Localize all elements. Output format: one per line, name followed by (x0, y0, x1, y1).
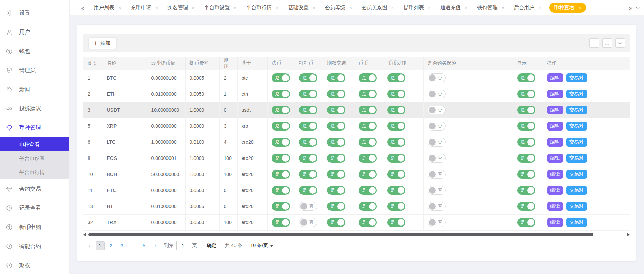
toggle-options[interactable]: 是 (327, 73, 345, 82)
edit-button[interactable]: 编辑 (547, 73, 563, 82)
tab-close-icon[interactable]: × (391, 5, 394, 10)
toggle-leverage[interactable]: 是 (299, 186, 317, 195)
toggle-leverage[interactable]: 是 (299, 154, 317, 163)
edit-button[interactable]: 编辑 (547, 218, 563, 227)
toggle-leverage[interactable]: 是 (299, 122, 317, 131)
print-button[interactable] (615, 38, 625, 48)
tab-platform-coin-market[interactable]: 平台币行情× (246, 4, 279, 11)
sidebar-item-admin[interactable]: 管理员 (0, 61, 69, 80)
toggle-insurance[interactable]: 否 (428, 170, 446, 179)
toggle-spot[interactable]: 是 (359, 170, 377, 179)
tab-close-icon[interactable]: × (502, 5, 505, 10)
toggle-transfer[interactable]: 是 (387, 73, 405, 82)
toggle-display[interactable]: 是 (517, 90, 535, 98)
sidebar-item-news[interactable]: 新闻 (0, 80, 69, 99)
toggle-transfer[interactable]: 是 (387, 122, 405, 131)
toggle-options[interactable]: 是 (327, 122, 345, 131)
tab-close-icon[interactable]: × (579, 5, 581, 10)
toggle-display[interactable]: 是 (517, 73, 535, 82)
toggle-leverage[interactable]: 否 (299, 218, 317, 227)
sidebar-item-feedback[interactable]: 投拆建议 (0, 99, 69, 118)
toggle-fiat[interactable]: 是 (272, 202, 290, 211)
tab-member-level[interactable]: 会员等级× (325, 4, 352, 11)
toggle-leverage[interactable]: 否 (299, 202, 317, 211)
sidebar-subitem-coin-view[interactable]: 币种查看 (0, 137, 69, 151)
tab-basic-settings[interactable]: 基础设置× (288, 4, 316, 11)
toggle-transfer[interactable]: 是 (387, 138, 405, 147)
toggle-display[interactable]: 是 (517, 202, 535, 211)
toggle-fiat[interactable]: 是 (272, 122, 290, 131)
toggle-transfer[interactable]: 是 (387, 154, 405, 163)
toggle-spot[interactable]: 是 (359, 186, 377, 195)
tab-withdraw-list[interactable]: 提币列表× (403, 4, 431, 11)
edit-button[interactable]: 编辑 (547, 122, 563, 131)
trade-pair-button[interactable]: 交易对 (566, 73, 587, 82)
toggle-insurance[interactable]: 否 (428, 138, 446, 147)
tab-member-relation[interactable]: 会员关系图× (362, 4, 394, 11)
toggle-leverage[interactable]: 是 (299, 170, 317, 179)
export-button[interactable] (602, 38, 612, 48)
trade-pair-button[interactable]: 交易对 (566, 90, 587, 98)
confirm-button[interactable]: 确定 (203, 241, 220, 250)
toggle-spot[interactable]: 是 (359, 218, 377, 227)
edit-button[interactable]: 编辑 (547, 186, 563, 195)
toggle-display[interactable]: 是 (517, 170, 535, 179)
tab-close-icon[interactable]: × (349, 5, 352, 10)
trade-pair-button[interactable]: 交易对 (566, 122, 587, 131)
toggle-spot[interactable]: 是 (359, 138, 377, 147)
tab-deposit-request[interactable]: 充币申请× (131, 4, 158, 11)
toggle-insurance[interactable]: 否 (428, 186, 446, 195)
toggle-options[interactable]: 是 (327, 170, 345, 179)
toggle-insurance[interactable]: 否 (428, 122, 446, 131)
tab-kyc-manage[interactable]: 实名管理× (167, 4, 195, 11)
edit-button[interactable]: 编辑 (547, 106, 563, 114)
toggle-display[interactable]: 是 (517, 218, 535, 227)
sidebar-item-options[interactable]: 期权 (0, 256, 69, 274)
toggle-insurance[interactable]: 否 (428, 90, 446, 98)
toggle-leverage[interactable]: 是 (299, 138, 317, 147)
sidebar-item-users[interactable]: 用户 (0, 23, 69, 42)
toggle-display[interactable]: 是 (517, 106, 535, 114)
sidebar-subitem-platform-coin-settings[interactable]: 平台币设置 (0, 151, 69, 165)
toggle-insurance[interactable]: 否 (428, 202, 446, 211)
tab-wallet-manage[interactable]: 钱包管理× (477, 4, 505, 11)
toggle-display[interactable]: 是 (517, 122, 535, 131)
horizontal-scrollbar[interactable] (83, 233, 630, 237)
toggle-spot[interactable]: 是 (359, 154, 377, 163)
tab-coin-view[interactable]: 币种查看× (549, 3, 586, 13)
columns-grid-button[interactable] (589, 38, 599, 48)
toggle-insurance[interactable]: 否 (428, 218, 446, 227)
sort-arrows-icon[interactable] (93, 61, 96, 66)
pagination-page-2[interactable]: 2 (107, 241, 116, 250)
tab-close-icon[interactable]: × (192, 5, 195, 10)
tab-close-icon[interactable]: × (119, 5, 121, 10)
pagination-page-3[interactable]: 3 (118, 241, 126, 250)
edit-button[interactable]: 编辑 (547, 170, 563, 179)
sidebar-item-wallet[interactable]: 钱包 (0, 42, 69, 61)
tab-platform-coin-settings[interactable]: 平台币设置× (204, 4, 237, 11)
tab-close-icon[interactable]: × (428, 5, 431, 10)
toggle-transfer[interactable]: 是 (387, 202, 405, 211)
toggle-fiat[interactable]: 是 (272, 138, 290, 147)
toggle-transfer[interactable]: 是 (387, 186, 405, 195)
toggle-options[interactable]: 是 (327, 186, 345, 195)
edit-button[interactable]: 编辑 (547, 90, 563, 98)
toggle-leverage[interactable]: 是 (299, 106, 317, 114)
tab-close-icon[interactable]: × (234, 5, 237, 10)
toggle-insurance[interactable]: 否 (428, 106, 446, 114)
pagination-prev-icon[interactable]: ‹ (85, 241, 94, 250)
trade-pair-button[interactable]: 交易对 (566, 170, 587, 179)
toggle-transfer[interactable]: 是 (387, 170, 405, 179)
tab-menu-chevron-down-icon[interactable] (635, 5, 641, 11)
trade-pair-button[interactable]: 交易对 (566, 186, 587, 195)
tab-user-list[interactable]: 用户列表× (94, 4, 121, 11)
scroll-left-arrow-icon[interactable] (83, 233, 86, 236)
toggle-insurance[interactable]: 否 (428, 73, 446, 82)
toggle-fiat[interactable]: 是 (272, 106, 290, 114)
sidebar-subitem-platform-coin-market[interactable]: 平台币行情 (0, 165, 69, 179)
tabs-scroll-left-icon[interactable]: « (78, 4, 87, 12)
toggle-fiat[interactable]: 是 (272, 90, 290, 98)
trade-pair-button[interactable]: 交易对 (566, 218, 587, 227)
edit-button[interactable]: 编辑 (547, 138, 563, 147)
toggle-spot[interactable]: 是 (359, 122, 377, 131)
